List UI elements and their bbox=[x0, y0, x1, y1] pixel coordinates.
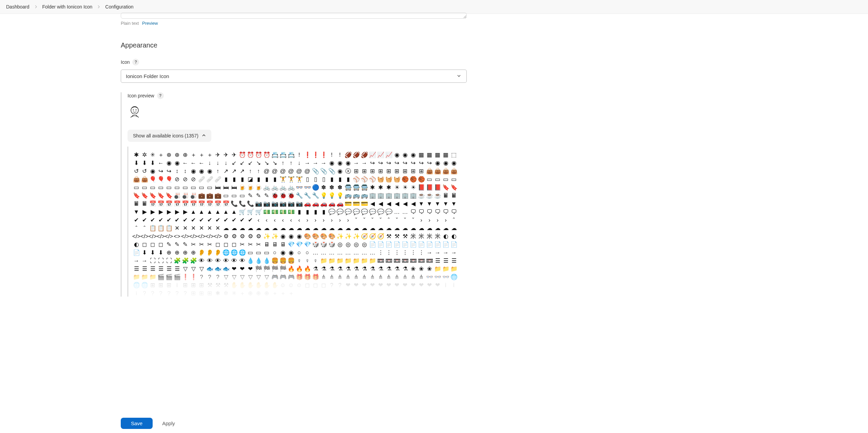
icon-option[interactable]: i bbox=[450, 282, 457, 288]
icon-option[interactable]: ✕ bbox=[174, 225, 180, 231]
icon-option[interactable]: ⊕ bbox=[174, 249, 180, 256]
icon-option[interactable]: ! bbox=[328, 151, 335, 158]
icon-option[interactable]: ✂ bbox=[206, 241, 213, 248]
icon-option[interactable]: ✔ bbox=[133, 216, 140, 223]
icon-option[interactable]: ⋮ bbox=[418, 249, 425, 256]
icon-option[interactable]: 🌐 bbox=[231, 249, 237, 256]
icon-option[interactable]: ⬇ bbox=[133, 159, 140, 166]
icon-option[interactable]: 🚗 bbox=[304, 200, 311, 207]
icon-option[interactable]: ◉ bbox=[410, 151, 417, 158]
icon-option[interactable]: ✔ bbox=[239, 216, 246, 223]
icon-option[interactable]: 📁 bbox=[336, 257, 343, 264]
icon-option[interactable]: ↗ bbox=[231, 168, 237, 174]
icon-option[interactable]: ⊞ bbox=[182, 282, 189, 288]
icon-option[interactable]: 🎳 bbox=[174, 192, 180, 199]
icon-option[interactable]: ▮ bbox=[304, 208, 311, 215]
icon-option[interactable]: ❤ bbox=[410, 282, 417, 288]
icon-option[interactable]: 🏢 bbox=[385, 192, 392, 199]
icon-option[interactable]: ◐ bbox=[450, 233, 457, 240]
icon-option[interactable]: ⛶ bbox=[157, 257, 164, 264]
icon-option[interactable]: ⊕ bbox=[166, 249, 172, 256]
icon-option[interactable]: ✕ bbox=[206, 225, 213, 231]
icon-option[interactable]: 📈 bbox=[385, 151, 392, 158]
icon-option[interactable]: 🛒 bbox=[247, 208, 254, 215]
icon-option[interactable]: ✈ bbox=[214, 151, 221, 158]
icon-option[interactable]: 📋 bbox=[149, 225, 156, 231]
icon-option[interactable]: 🎨 bbox=[328, 233, 335, 240]
icon-option[interactable]: ▭ bbox=[141, 184, 148, 191]
icon-option[interactable]: 🏋 bbox=[288, 176, 294, 183]
icon-option[interactable]: ✱ bbox=[214, 290, 221, 297]
icon-option[interactable]: ⊞ bbox=[361, 168, 368, 174]
icon-option[interactable]: 👓 bbox=[304, 184, 311, 191]
icon-option[interactable]: 🗨 bbox=[410, 208, 417, 215]
icon-option[interactable]: ⋔ bbox=[369, 274, 376, 280]
icon-option[interactable]: 👂 bbox=[198, 249, 205, 256]
icon-option[interactable]: ◻ bbox=[149, 241, 156, 248]
icon-option[interactable]: 🏢 bbox=[402, 192, 408, 199]
icon-option[interactable]: ⋔ bbox=[385, 274, 392, 280]
icon-option[interactable]: 🍺 bbox=[255, 184, 262, 191]
icon-option[interactable]: ▲ bbox=[206, 208, 213, 215]
icon-option[interactable]: 🖥 bbox=[271, 241, 278, 248]
icon-option[interactable]: › bbox=[336, 216, 343, 223]
icon-option[interactable]: ☁ bbox=[312, 225, 319, 231]
icon-option[interactable]: ⬇ bbox=[157, 249, 164, 256]
icon-option[interactable]: ▮ bbox=[271, 176, 278, 183]
icon-option[interactable]: ⚙ bbox=[239, 233, 246, 240]
icon-option[interactable]: ✎ bbox=[263, 192, 270, 199]
icon-option[interactable]: ▽ bbox=[231, 274, 237, 280]
icon-option[interactable]: ▶ bbox=[157, 208, 164, 215]
icon-option[interactable]: 📄 bbox=[418, 241, 425, 248]
icon-option[interactable]: ▮ bbox=[328, 176, 335, 183]
icon-option[interactable]: ⊞ bbox=[418, 168, 425, 174]
icon-option[interactable]: ✋ bbox=[247, 282, 254, 288]
icon-option[interactable]: ⊞ bbox=[190, 282, 197, 288]
icon-option[interactable]: 💬 bbox=[353, 208, 360, 215]
icon-option[interactable]: ▭ bbox=[434, 176, 441, 183]
icon-option[interactable]: 🐞 bbox=[288, 192, 294, 199]
icon-option[interactable]: ✎ bbox=[182, 241, 189, 248]
icon-option[interactable]: 🛏 bbox=[231, 184, 237, 191]
icon-option[interactable]: 🎁 bbox=[304, 274, 311, 280]
icon-option[interactable]: ▶ bbox=[182, 208, 189, 215]
icon-option[interactable]: 🧭 bbox=[361, 233, 368, 240]
icon-option[interactable]: 🖥 bbox=[279, 241, 286, 248]
icon-option[interactable]: 🏀 bbox=[402, 176, 408, 183]
icon-option[interactable]: ◀ bbox=[410, 200, 417, 207]
icon-option[interactable]: 米 bbox=[410, 233, 417, 240]
icon-option[interactable]: 📅 bbox=[190, 200, 197, 207]
icon-option[interactable]: ◀ bbox=[402, 200, 408, 207]
icon-option[interactable]: ⚗ bbox=[361, 265, 368, 272]
icon-option[interactable]: 🏁 bbox=[279, 265, 286, 272]
icon-option[interactable]: 📁 bbox=[328, 257, 335, 264]
icon-option[interactable]: ▽ bbox=[263, 274, 270, 280]
icon-option[interactable]: ✔ bbox=[214, 216, 221, 223]
icon-option[interactable]: ▼ bbox=[426, 200, 433, 207]
icon-option[interactable]: 📇 bbox=[288, 151, 294, 158]
icon-option[interactable]: ▯ bbox=[304, 176, 311, 183]
icon-option[interactable]: ＋ bbox=[271, 290, 278, 297]
icon-option[interactable]: ↗ bbox=[223, 168, 229, 174]
icon-option[interactable]: 📕 bbox=[426, 184, 433, 191]
icon-option[interactable]: 🔥 bbox=[296, 265, 303, 272]
icon-option[interactable]: ▮ bbox=[239, 176, 246, 183]
icon-option[interactable]: ▲ bbox=[231, 208, 237, 215]
icon-option[interactable]: 📞 bbox=[247, 200, 254, 207]
icon-option[interactable]: 🏀 bbox=[418, 176, 425, 183]
icon-option[interactable]: 🧺 bbox=[377, 176, 384, 183]
icon-option[interactable]: ☰ bbox=[133, 265, 140, 272]
icon-option[interactable]: @ bbox=[296, 168, 303, 174]
icon-option[interactable]: ↪ bbox=[385, 159, 392, 166]
icon-option[interactable]: 米 bbox=[434, 233, 441, 240]
icon-option[interactable]: 🚲 bbox=[271, 184, 278, 191]
icon-option[interactable]: ✳ bbox=[149, 151, 156, 158]
icon-option[interactable]: 💼 bbox=[206, 192, 213, 199]
icon-option[interactable]: ⋔ bbox=[361, 274, 368, 280]
icon-option[interactable]: ＋ bbox=[198, 151, 205, 158]
icon-option[interactable]: ? bbox=[336, 282, 343, 288]
icon-option[interactable]: 🎲 bbox=[312, 241, 319, 248]
icon-option[interactable]: 📼 bbox=[410, 257, 417, 264]
icon-option[interactable]: 🎬 bbox=[174, 274, 180, 280]
icon-option[interactable]: 🩹 bbox=[214, 176, 221, 183]
